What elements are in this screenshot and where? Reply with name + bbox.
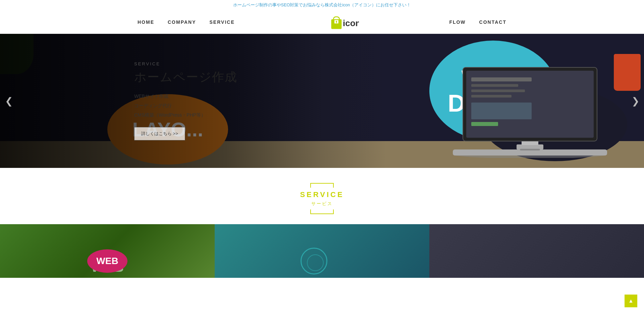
nav-company[interactable]: COMPANY — [168, 19, 196, 25]
banner-text: ホームページ制作の事やSEO対策でお悩みなら株式会社icon（アイコン）にお任せ… — [233, 3, 411, 7]
hero-next-arrow[interactable]: ❯ — [629, 91, 641, 111]
nav-service[interactable]: SERVICE — [210, 19, 235, 25]
top-banner: ホームページ制作の事やSEO対策でお悩みなら株式会社icon（アイコン）にお任せ… — [0, 0, 644, 10]
nav-home[interactable]: HOME — [138, 19, 154, 25]
hero-prev-arrow[interactable]: ❮ — [3, 91, 15, 111]
svg-rect-3 — [336, 21, 337, 23]
left-chevron-icon: ❮ — [5, 96, 13, 107]
service-en-title: SERVICE — [7, 190, 637, 199]
right-chevron-icon: ❯ — [632, 96, 639, 107]
nav-right: FLOW CONTACT — [449, 19, 506, 25]
bracket-bottom — [310, 209, 334, 214]
main-nav: HOME COMPANY SERVICE icon FLOW CONTACT — [138, 12, 506, 32]
service-section-title: SERVICE サービス — [0, 168, 644, 224]
hero-desc: WEBサイト作成 コーディング代行 CMS構築（WordPress・PHP等） — [134, 91, 237, 120]
hero-content: SERVICE ホームページ作成 WEBサイト作成 コーディング代行 CMS構築… — [134, 61, 237, 140]
hero-service-label: SERVICE — [134, 61, 237, 66]
hero-title: ホームページ作成 — [134, 69, 237, 85]
card3-img — [429, 224, 644, 278]
svg-text:icon: icon — [343, 18, 359, 28]
card1-circle-text: WEB — [96, 256, 118, 266]
nav-left: HOME COMPANY SERVICE — [138, 19, 235, 25]
service-jp-title: サービス — [7, 201, 637, 207]
hero-section: WEB DESIGN PAGES LAYO... — [0, 34, 644, 168]
nav-flow[interactable]: FLOW — [449, 19, 466, 25]
hero-desc-3: CMS構築（WordPress・PHP等） — [134, 110, 237, 120]
service-cards-row: WEB WEB — [0, 224, 644, 278]
site-logo[interactable]: icon — [325, 12, 359, 32]
bracket-bottom-wrapper — [7, 209, 637, 214]
service-card-1[interactable]: WEB WEB — [0, 224, 215, 278]
site-header: HOME COMPANY SERVICE icon FLOW CONTACT — [0, 10, 644, 34]
hero-bg-dark — [0, 34, 644, 168]
service-card-3[interactable] — [429, 224, 644, 278]
service-card-2[interactable] — [215, 224, 429, 278]
hero-desc-1: WEBサイト作成 — [134, 91, 237, 101]
bracket-top-wrapper — [7, 183, 637, 188]
hero-detail-button[interactable]: 詳しくはこちら >> — [134, 127, 185, 140]
nav-contact[interactable]: CONTACT — [479, 19, 506, 25]
bracket-top — [310, 183, 334, 188]
hero-desc-2: コーディング代行 — [134, 101, 237, 110]
card1-pink-circle: WEB — [87, 249, 127, 273]
logo-wrap[interactable]: icon — [325, 12, 359, 32]
